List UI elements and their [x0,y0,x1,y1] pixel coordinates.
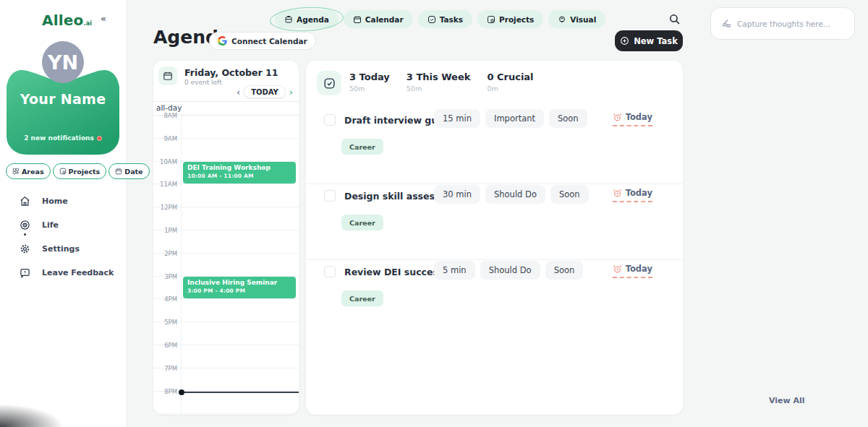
event-time: 3:00 PM - 4:00 PM [187,288,292,294]
stat-duration: 50m [407,85,471,92]
event-title: Inclusive Hiring Seminar [187,279,292,286]
calendar-event[interactable]: DEI Training Workshop 10:00 AM - 11:00 A… [183,162,296,184]
tab-label: Visual [570,15,596,24]
google-icon [218,36,227,46]
alarm-clock-icon [613,264,622,274]
task-due[interactable]: Today [613,264,652,278]
hour-label: 10AM [153,158,177,165]
next-day-button[interactable]: › [289,87,293,97]
notification-dot [97,136,102,141]
duration-pill[interactable]: 15 min [434,109,480,128]
due-label: Today [626,112,652,122]
tab-projects[interactable]: Projects [477,10,543,28]
tab-calendar[interactable]: Calendar [344,10,413,28]
tab-tasks[interactable]: Tasks [418,10,472,28]
calendar-events-left: 0 event left [184,79,222,86]
hour-label: 5PM [153,319,177,326]
agenda-icon [284,15,293,24]
task-row: Design skill assessment 30 min Should Do… [306,184,683,260]
hour-label: 1PM [153,227,177,234]
gear-icon [20,243,30,254]
filter-date-button[interactable]: Date [109,163,149,179]
calendar-hour-grid: 8AM 9AM 10AM 11AM 12PM 1PM 2PM 3PM 4PM 5… [153,116,299,415]
hour-label: 11AM [153,181,177,188]
calendar-event[interactable]: Inclusive Hiring Seminar 3:00 PM - 4:00 … [183,277,296,298]
tab-agenda[interactable]: Agenda [275,10,339,28]
stat-label: This Week [416,72,470,82]
urgency-pill[interactable]: Soon [550,185,589,204]
filter-projects-button[interactable]: Projects [53,163,107,179]
task-due[interactable]: Today [613,112,652,126]
filter-date-label: Date [124,168,142,176]
event-title: DEI Training Workshop [187,164,292,171]
hour-label: 8AM [153,112,177,119]
logo-text: Alleo [42,12,84,29]
duration-pill[interactable]: 30 min [434,185,480,204]
new-task-label: New Task [634,36,678,46]
life-indicator-dot [24,233,26,236]
new-task-button[interactable]: New Task [615,30,683,51]
task-tag[interactable]: Career [341,139,383,155]
task-pills: 30 min Should Do Soon [434,185,589,204]
tab-label: Calendar [365,15,404,24]
filter-areas-label: Areas [22,168,44,176]
task-tag[interactable]: Career [341,215,383,230]
stat-duration: 50m [349,85,390,92]
visual-icon [558,15,566,24]
due-label: Today [626,188,652,198]
hour-row[interactable]: 8PM [153,392,299,415]
calendar-icon [353,15,362,24]
priority-pill[interactable]: Important [485,109,544,128]
sidebar-item-home[interactable]: Home [0,189,127,213]
filter-areas-button[interactable]: Areas [6,163,51,179]
task-due[interactable]: Today [613,188,652,202]
prev-day-button[interactable]: ‹ [237,87,240,97]
sidebar-item-label: Settings [42,244,80,254]
task-checkbox[interactable] [324,190,336,202]
task-checkbox[interactable] [324,266,336,277]
sidebar-item-life[interactable]: Life [0,213,127,237]
projects-icon [487,15,495,24]
app-logo: Alleo.ai [42,12,92,29]
urgency-pill[interactable]: Soon [545,261,584,280]
search-button[interactable] [668,13,683,27]
priority-pill[interactable]: Should Do [480,261,540,280]
sidebar-item-settings[interactable]: Settings [0,237,127,261]
tasks-check-icon [427,15,436,24]
plus-circle-icon [620,36,629,46]
sidebar: Alleo.ai « YN Your Name 2 new notificati… [0,0,127,427]
task-tag[interactable]: Career [341,290,383,306]
sidebar-filters: Areas Projects Date [6,163,150,179]
stat-today: 3 Today 50m [349,72,390,92]
task-pills: 15 min Important Soon [434,109,587,128]
sidebar-item-leave-feedback[interactable]: Leave Feedback [0,261,127,285]
hour-label: 6PM [153,342,177,349]
duration-pill[interactable]: 5 min [434,261,475,280]
capture-thoughts-box[interactable] [710,7,855,40]
hour-label: 4PM [153,296,177,303]
collapse-sidebar-icon[interactable]: « [101,13,106,24]
connect-calendar-button[interactable]: Connect Calendar [209,32,316,50]
tasks-icon-box [317,71,341,95]
task-row: Review DEI success story 5 min Should Do… [306,260,683,336]
today-button[interactable]: TODAY [244,85,286,98]
alarm-clock-icon [613,189,622,198]
alarm-clock-icon [613,113,622,122]
tab-label: Agenda [297,15,329,24]
tasks-panel: 3 Today 50m 3 This Week 50m 0 Crucial 0m… [306,61,683,415]
task-checkbox[interactable] [324,114,336,126]
life-target-icon [20,220,30,230]
due-label: Today [626,264,652,274]
view-all-link[interactable]: View All [769,396,805,405]
current-time-indicator [181,392,299,393]
stat-this-week: 3 This Week 50m [407,72,471,92]
priority-pill[interactable]: Should Do [485,185,545,204]
tab-label: Tasks [440,15,463,24]
capture-thoughts-input[interactable] [737,20,844,28]
stat-label: Today [359,72,390,82]
tab-visual[interactable]: Visual [548,10,605,28]
avatar[interactable]: YN [42,41,84,83]
notifications-text[interactable]: 2 new notifications [7,134,119,142]
urgency-pill[interactable]: Soon [549,109,587,128]
task-row: Draft interview guide 15 min Important S… [306,108,683,184]
